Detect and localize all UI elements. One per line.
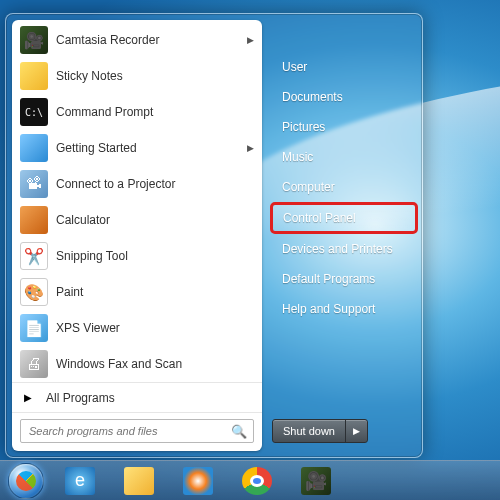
- windows-logo-icon: [8, 463, 44, 499]
- right-item-help-and-support[interactable]: Help and Support: [270, 294, 418, 324]
- program-label: XPS Viewer: [56, 321, 254, 335]
- ie-icon: e: [65, 467, 95, 495]
- taskbar-item-explorer[interactable]: [110, 463, 168, 499]
- start-menu: 🎥Camtasia Recorder▶Sticky NotesC:\Comman…: [5, 13, 423, 458]
- program-item-camtasia[interactable]: 🎥Camtasia Recorder▶: [12, 22, 262, 58]
- start-menu-right-pane: UserDocumentsPicturesMusicComputerContro…: [268, 14, 422, 457]
- program-label: Getting Started: [56, 141, 243, 155]
- program-item-projector[interactable]: 📽Connect to a Projector: [12, 166, 262, 202]
- program-label: Snipping Tool: [56, 249, 254, 263]
- program-item-sticky-notes[interactable]: Sticky Notes: [12, 58, 262, 94]
- projector-icon: 📽: [20, 170, 48, 198]
- right-item-pictures[interactable]: Pictures: [270, 112, 418, 142]
- start-button[interactable]: [2, 462, 50, 500]
- shutdown-button[interactable]: Shut down ▶: [272, 419, 368, 443]
- right-item-computer[interactable]: Computer: [270, 172, 418, 202]
- all-programs-arrow-icon: ▶: [24, 392, 32, 403]
- right-item-user[interactable]: User: [270, 52, 418, 82]
- program-label: Calculator: [56, 213, 254, 227]
- program-item-snipping-tool[interactable]: ✂️Snipping Tool: [12, 238, 262, 274]
- search-row: 🔍: [12, 412, 262, 451]
- right-item-devices-and-printers[interactable]: Devices and Printers: [270, 234, 418, 264]
- cmd-icon: C:\: [20, 98, 48, 126]
- taskbar: e🎥: [0, 460, 500, 500]
- program-label: Sticky Notes: [56, 69, 254, 83]
- search-input[interactable]: [21, 420, 253, 442]
- programs-list: 🎥Camtasia Recorder▶Sticky NotesC:\Comman…: [12, 20, 262, 382]
- submenu-arrow-icon: ▶: [247, 143, 254, 153]
- fax-scan-icon: 🖨: [20, 350, 48, 378]
- submenu-arrow-icon: ▶: [247, 35, 254, 45]
- taskbar-item-camtasia-task[interactable]: 🎥: [287, 463, 345, 499]
- right-item-documents[interactable]: Documents: [270, 82, 418, 112]
- program-item-paint[interactable]: 🎨Paint: [12, 274, 262, 310]
- program-item-calculator[interactable]: Calculator: [12, 202, 262, 238]
- shutdown-label: Shut down: [273, 420, 346, 442]
- taskbar-item-ie[interactable]: e: [51, 463, 109, 499]
- taskbar-items: e🎥: [50, 463, 345, 499]
- xps-viewer-icon: 📄: [20, 314, 48, 342]
- program-item-fax-scan[interactable]: 🖨Windows Fax and Scan: [12, 346, 262, 382]
- program-label: Camtasia Recorder: [56, 33, 243, 47]
- explorer-icon: [124, 467, 154, 495]
- program-label: Connect to a Projector: [56, 177, 254, 191]
- wmp-icon: [183, 467, 213, 495]
- taskbar-item-wmp[interactable]: [169, 463, 227, 499]
- camtasia-task-icon: 🎥: [301, 467, 331, 495]
- start-menu-left-pane: 🎥Camtasia Recorder▶Sticky NotesC:\Comman…: [12, 20, 262, 451]
- all-programs-button[interactable]: ▶ All Programs: [12, 382, 262, 412]
- program-item-getting-started[interactable]: Getting Started▶: [12, 130, 262, 166]
- camtasia-icon: 🎥: [20, 26, 48, 54]
- chrome-icon: [242, 467, 272, 495]
- getting-started-icon: [20, 134, 48, 162]
- snipping-tool-icon: ✂️: [20, 242, 48, 270]
- program-label: Paint: [56, 285, 254, 299]
- right-item-default-programs[interactable]: Default Programs: [270, 264, 418, 294]
- shutdown-arrow-icon[interactable]: ▶: [346, 426, 367, 436]
- program-item-xps-viewer[interactable]: 📄XPS Viewer: [12, 310, 262, 346]
- program-label: Command Prompt: [56, 105, 254, 119]
- all-programs-label: All Programs: [46, 391, 115, 405]
- program-item-cmd[interactable]: C:\Command Prompt: [12, 94, 262, 130]
- search-icon: 🔍: [231, 424, 247, 439]
- search-box[interactable]: 🔍: [20, 419, 254, 443]
- sticky-notes-icon: [20, 62, 48, 90]
- shutdown-row: Shut down ▶: [270, 413, 418, 449]
- right-items-list: UserDocumentsPicturesMusicComputerContro…: [270, 22, 418, 413]
- program-label: Windows Fax and Scan: [56, 357, 254, 371]
- paint-icon: 🎨: [20, 278, 48, 306]
- calculator-icon: [20, 206, 48, 234]
- taskbar-item-chrome[interactable]: [228, 463, 286, 499]
- right-item-music[interactable]: Music: [270, 142, 418, 172]
- right-item-control-panel[interactable]: Control Panel: [270, 202, 418, 234]
